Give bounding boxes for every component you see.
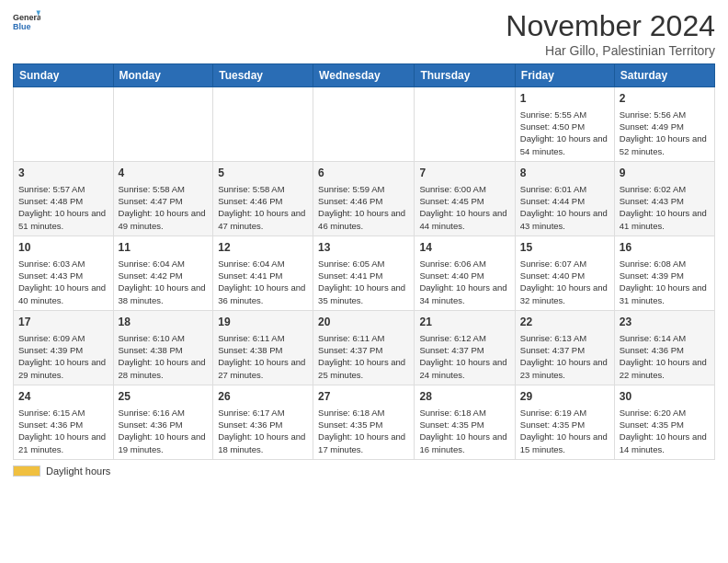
- calendar-cell: 15Sunrise: 6:07 AM Sunset: 4:40 PM Dayli…: [515, 236, 614, 310]
- col-monday: Monday: [113, 64, 213, 87]
- calendar-cell: 23Sunrise: 6:14 AM Sunset: 4:36 PM Dayli…: [614, 310, 714, 385]
- calendar-cell: 4Sunrise: 5:58 AM Sunset: 4:47 PM Daylig…: [113, 161, 213, 236]
- calendar-cell: 19Sunrise: 6:11 AM Sunset: 4:38 PM Dayli…: [213, 310, 313, 385]
- day-number: 4: [119, 166, 209, 181]
- day-number: 19: [218, 315, 308, 330]
- day-info: Sunrise: 6:17 AM Sunset: 4:36 PM Dayligh…: [218, 407, 308, 455]
- legend: Daylight hours: [13, 465, 715, 477]
- calendar-cell: 7Sunrise: 6:00 AM Sunset: 4:45 PM Daylig…: [415, 161, 515, 236]
- calendar-body: 1Sunrise: 5:55 AM Sunset: 4:50 PM Daylig…: [14, 87, 715, 460]
- day-info: Sunrise: 6:13 AM Sunset: 4:37 PM Dayligh…: [520, 332, 609, 381]
- col-tuesday: Tuesday: [213, 64, 313, 87]
- day-number: 5: [218, 166, 308, 181]
- col-thursday: Thursday: [415, 64, 515, 87]
- logo: General Blue: [13, 9, 40, 37]
- day-number: 24: [18, 389, 108, 405]
- calendar-week-3: 17Sunrise: 6:09 AM Sunset: 4:39 PM Dayli…: [14, 310, 715, 385]
- col-friday: Friday: [515, 64, 614, 87]
- day-number: 9: [620, 166, 710, 181]
- calendar-cell: 8Sunrise: 6:01 AM Sunset: 4:44 PM Daylig…: [515, 161, 614, 236]
- day-info: Sunrise: 6:14 AM Sunset: 4:36 PM Dayligh…: [620, 332, 710, 381]
- calendar-week-2: 10Sunrise: 6:03 AM Sunset: 4:43 PM Dayli…: [14, 236, 715, 310]
- calendar-cell: 22Sunrise: 6:13 AM Sunset: 4:37 PM Dayli…: [515, 310, 614, 385]
- day-number: 14: [419, 240, 509, 256]
- day-info: Sunrise: 6:10 AM Sunset: 4:38 PM Dayligh…: [119, 332, 209, 381]
- day-info: Sunrise: 6:05 AM Sunset: 4:41 PM Dayligh…: [318, 258, 409, 306]
- day-number: 15: [520, 240, 609, 256]
- calendar-cell: [213, 87, 313, 162]
- calendar-table: Sunday Monday Tuesday Wednesday Thursday…: [13, 63, 715, 460]
- day-number: 26: [218, 389, 308, 405]
- day-info: Sunrise: 6:04 AM Sunset: 4:42 PM Dayligh…: [119, 258, 209, 306]
- day-info: Sunrise: 6:15 AM Sunset: 4:36 PM Dayligh…: [18, 407, 108, 455]
- day-info: Sunrise: 6:12 AM Sunset: 4:37 PM Dayligh…: [419, 332, 509, 381]
- calendar-cell: 30Sunrise: 6:20 AM Sunset: 4:35 PM Dayli…: [614, 385, 714, 459]
- calendar-cell: 25Sunrise: 6:16 AM Sunset: 4:36 PM Dayli…: [113, 385, 213, 459]
- day-info: Sunrise: 6:09 AM Sunset: 4:39 PM Dayligh…: [18, 332, 108, 381]
- calendar-cell: 16Sunrise: 6:08 AM Sunset: 4:39 PM Dayli…: [614, 236, 714, 310]
- day-number: 11: [119, 240, 209, 256]
- day-number: 16: [620, 240, 710, 256]
- logo-icon: General Blue: [13, 9, 40, 37]
- calendar-cell: 28Sunrise: 6:18 AM Sunset: 4:35 PM Dayli…: [415, 385, 515, 459]
- day-number: 22: [520, 315, 609, 330]
- day-number: 7: [419, 166, 509, 181]
- calendar-week-4: 24Sunrise: 6:15 AM Sunset: 4:36 PM Dayli…: [14, 385, 715, 459]
- calendar-cell: 17Sunrise: 6:09 AM Sunset: 4:39 PM Dayli…: [14, 310, 114, 385]
- calendar-week-0: 1Sunrise: 5:55 AM Sunset: 4:50 PM Daylig…: [14, 87, 715, 162]
- calendar-cell: 18Sunrise: 6:10 AM Sunset: 4:38 PM Dayli…: [113, 310, 213, 385]
- calendar-header: Sunday Monday Tuesday Wednesday Thursday…: [14, 64, 715, 87]
- day-info: Sunrise: 6:18 AM Sunset: 4:35 PM Dayligh…: [318, 407, 409, 455]
- day-number: 27: [318, 389, 409, 405]
- calendar-cell: 12Sunrise: 6:04 AM Sunset: 4:41 PM Dayli…: [213, 236, 313, 310]
- calendar-cell: 27Sunrise: 6:18 AM Sunset: 4:35 PM Dayli…: [313, 385, 415, 459]
- day-info: Sunrise: 6:11 AM Sunset: 4:37 PM Dayligh…: [318, 332, 409, 381]
- svg-text:General: General: [13, 13, 40, 22]
- day-info: Sunrise: 6:08 AM Sunset: 4:39 PM Dayligh…: [620, 258, 710, 306]
- day-info: Sunrise: 6:04 AM Sunset: 4:41 PM Dayligh…: [218, 258, 308, 306]
- day-number: 6: [318, 166, 409, 181]
- day-info: Sunrise: 6:02 AM Sunset: 4:43 PM Dayligh…: [620, 183, 710, 232]
- calendar-cell: [313, 87, 415, 162]
- svg-text:Blue: Blue: [13, 22, 31, 31]
- day-number: 2: [620, 91, 710, 107]
- calendar-cell: 21Sunrise: 6:12 AM Sunset: 4:37 PM Dayli…: [415, 310, 515, 385]
- day-number: 30: [620, 389, 710, 405]
- calendar-cell: 20Sunrise: 6:11 AM Sunset: 4:37 PM Dayli…: [313, 310, 415, 385]
- day-info: Sunrise: 6:01 AM Sunset: 4:44 PM Dayligh…: [520, 183, 609, 232]
- day-number: 25: [119, 389, 209, 405]
- calendar-cell: 13Sunrise: 6:05 AM Sunset: 4:41 PM Dayli…: [313, 236, 415, 310]
- title-block: November 2024 Har Gillo, Palestinian Ter…: [506, 9, 715, 58]
- month-title: November 2024: [506, 9, 715, 43]
- calendar-cell: 26Sunrise: 6:17 AM Sunset: 4:36 PM Dayli…: [213, 385, 313, 459]
- header-row: Sunday Monday Tuesday Wednesday Thursday…: [14, 64, 715, 87]
- calendar-cell: 1Sunrise: 5:55 AM Sunset: 4:50 PM Daylig…: [515, 87, 614, 162]
- day-info: Sunrise: 5:59 AM Sunset: 4:46 PM Dayligh…: [318, 183, 409, 232]
- day-info: Sunrise: 6:18 AM Sunset: 4:35 PM Dayligh…: [419, 407, 509, 455]
- day-number: 20: [318, 315, 409, 330]
- day-info: Sunrise: 6:11 AM Sunset: 4:38 PM Dayligh…: [218, 332, 308, 381]
- calendar-cell: 3Sunrise: 5:57 AM Sunset: 4:48 PM Daylig…: [14, 161, 114, 236]
- day-number: 18: [119, 315, 209, 330]
- day-number: 21: [419, 315, 509, 330]
- day-info: Sunrise: 6:07 AM Sunset: 4:40 PM Dayligh…: [520, 258, 609, 306]
- calendar-cell: 24Sunrise: 6:15 AM Sunset: 4:36 PM Dayli…: [14, 385, 114, 459]
- day-number: 1: [520, 91, 609, 107]
- page: General Blue November 2024 Har Gillo, Pa…: [0, 0, 728, 563]
- day-number: 3: [18, 166, 108, 181]
- day-number: 8: [520, 166, 609, 181]
- calendar-cell: 11Sunrise: 6:04 AM Sunset: 4:42 PM Dayli…: [113, 236, 213, 310]
- day-info: Sunrise: 6:16 AM Sunset: 4:36 PM Dayligh…: [119, 407, 209, 455]
- day-info: Sunrise: 6:06 AM Sunset: 4:40 PM Dayligh…: [419, 258, 509, 306]
- calendar-cell: 10Sunrise: 6:03 AM Sunset: 4:43 PM Dayli…: [14, 236, 114, 310]
- calendar-cell: 29Sunrise: 6:19 AM Sunset: 4:35 PM Dayli…: [515, 385, 614, 459]
- calendar-cell: 5Sunrise: 5:58 AM Sunset: 4:46 PM Daylig…: [213, 161, 313, 236]
- header: General Blue November 2024 Har Gillo, Pa…: [13, 9, 715, 58]
- day-info: Sunrise: 5:58 AM Sunset: 4:46 PM Dayligh…: [218, 183, 308, 232]
- day-info: Sunrise: 6:19 AM Sunset: 4:35 PM Dayligh…: [520, 407, 609, 455]
- calendar-week-1: 3Sunrise: 5:57 AM Sunset: 4:48 PM Daylig…: [14, 161, 715, 236]
- day-info: Sunrise: 5:56 AM Sunset: 4:49 PM Dayligh…: [620, 109, 710, 157]
- day-number: 17: [18, 315, 108, 330]
- calendar-cell: 14Sunrise: 6:06 AM Sunset: 4:40 PM Dayli…: [415, 236, 515, 310]
- location: Har Gillo, Palestinian Territory: [506, 43, 715, 58]
